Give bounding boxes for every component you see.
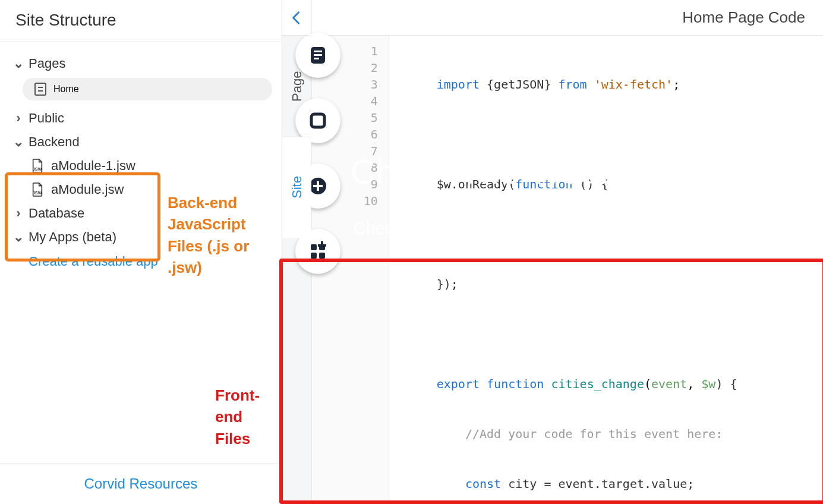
site-tree: Pages Home Public Backend JSW xyxy=(0,42,282,463)
code-editor[interactable]: 1 2 3 4 5 6 7 8 9 10 import {getJSON} fr… xyxy=(312,36,823,504)
svg-rect-5 xyxy=(314,58,319,59)
backend-file[interactable]: JSW aModule-1.jsw xyxy=(19,154,276,178)
hero-subtitle: Check weather status in your favorite ci… xyxy=(354,219,681,238)
page-icon xyxy=(34,83,46,96)
svg-rect-11 xyxy=(319,253,325,259)
code-lines: import {getJSON} from 'wix-fetch'; $w.on… xyxy=(389,36,823,504)
tree-pages[interactable]: Pages xyxy=(6,52,276,75)
svg-rect-6 xyxy=(311,114,324,127)
tree-backend[interactable]: Backend xyxy=(6,130,276,154)
jsw-file-icon: JSW xyxy=(31,182,44,197)
jsw-file-icon: JSW xyxy=(31,159,44,173)
apps-grid-icon xyxy=(306,240,330,263)
svg-rect-4 xyxy=(314,54,322,56)
svg-rect-3 xyxy=(314,51,322,52)
tree-page-home[interactable]: Home xyxy=(23,78,272,100)
sidebar: Site Structure Pages Home Public Backend xyxy=(0,0,282,504)
chevron-down-icon xyxy=(12,56,25,71)
tab-page[interactable]: Page xyxy=(282,36,311,137)
svg-rect-9 xyxy=(313,185,323,187)
chevron-right-icon xyxy=(12,206,25,221)
svg-text:JSW: JSW xyxy=(33,190,42,196)
code-header: Home Page Code xyxy=(282,0,823,36)
chevron-left-icon xyxy=(290,10,303,26)
tree-public[interactable]: Public xyxy=(6,106,276,130)
sidebar-title: Site Structure xyxy=(0,0,282,42)
annotation-frontend-text: Front-end Files xyxy=(215,385,282,449)
svg-rect-10 xyxy=(311,244,317,250)
code-back-button[interactable] xyxy=(282,0,312,36)
svg-rect-12 xyxy=(311,253,317,259)
chevron-right-icon xyxy=(12,111,25,126)
svg-rect-15 xyxy=(318,244,326,247)
chevron-down-icon xyxy=(12,229,25,245)
svg-text:JSW: JSW xyxy=(33,166,42,172)
annotation-backend-text: Back-end JavaScript Files (.js or .jsw) xyxy=(168,192,282,279)
tab-site[interactable]: Site xyxy=(282,137,311,238)
code-title: Home Page Code xyxy=(312,8,823,27)
chevron-down-icon xyxy=(12,134,25,150)
hero-title: Check The Weather xyxy=(351,152,661,191)
corvid-resources-link[interactable]: Corvid Resources xyxy=(0,463,282,504)
main-area: Check The Weather Check weather status i… xyxy=(282,0,823,504)
code-panel: Home Page Code Page Site 1 2 3 4 5 6 7 xyxy=(282,0,823,504)
